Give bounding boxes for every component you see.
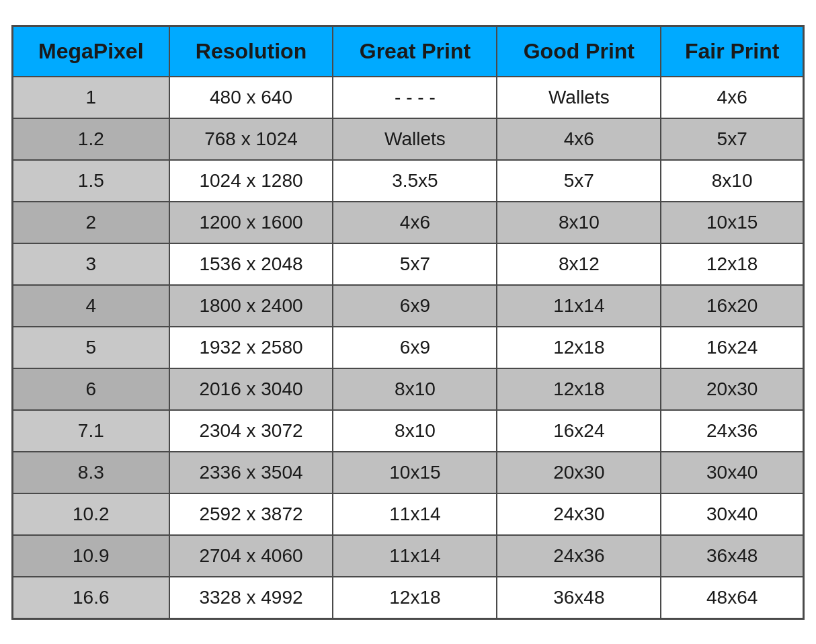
cell-resolution: 480 x 640 (169, 77, 333, 118)
cell-resolution: 1800 x 2400 (169, 285, 333, 327)
cell-resolution: 2016 x 3040 (169, 368, 333, 410)
cell-resolution: 1024 x 1280 (169, 160, 333, 202)
cell-good-print: 36x48 (497, 577, 661, 619)
cell-megapixel: 2 (13, 202, 169, 243)
cell-good-print: 11x14 (497, 285, 661, 327)
cell-resolution: 1200 x 1600 (169, 202, 333, 243)
cell-fair-print: 12x18 (661, 243, 803, 285)
header-resolution: Resolution (169, 26, 333, 77)
cell-good-print: 20x30 (497, 452, 661, 493)
cell-good-print: 16x24 (497, 410, 661, 452)
cell-great-print: 6x9 (333, 327, 497, 368)
table-row: 1480 x 640- - - -Wallets4x6 (13, 77, 804, 118)
cell-fair-print: 30x40 (661, 452, 803, 493)
cell-resolution: 2336 x 3504 (169, 452, 333, 493)
table-row: 62016 x 30408x1012x1820x30 (13, 368, 804, 410)
table-row: 1.51024 x 12803.5x55x78x10 (13, 160, 804, 202)
cell-fair-print: 16x20 (661, 285, 803, 327)
table-row: 8.32336 x 350410x1520x3030x40 (13, 452, 804, 493)
header-megapixel: MegaPixel (13, 26, 169, 77)
cell-great-print: 3.5x5 (333, 160, 497, 202)
cell-great-print: 6x9 (333, 285, 497, 327)
header-fair-print: Fair Print (661, 26, 803, 77)
table-row: 21200 x 16004x68x1010x15 (13, 202, 804, 243)
header-great-print: Great Print (333, 26, 497, 77)
header-row: MegaPixel Resolution Great Print Good Pr… (13, 26, 804, 77)
print-resolution-table: MegaPixel Resolution Great Print Good Pr… (11, 25, 805, 620)
cell-good-print: 5x7 (497, 160, 661, 202)
cell-fair-print: 5x7 (661, 118, 803, 160)
cell-megapixel: 10.2 (13, 493, 169, 535)
cell-resolution: 3328 x 4992 (169, 577, 333, 619)
cell-megapixel: 8.3 (13, 452, 169, 493)
cell-resolution: 2304 x 3072 (169, 410, 333, 452)
table-row: 16.63328 x 499212x1836x4848x64 (13, 577, 804, 619)
table-row: 7.12304 x 30728x1016x2424x36 (13, 410, 804, 452)
table-row: 41800 x 24006x911x1416x20 (13, 285, 804, 327)
cell-great-print: 12x18 (333, 577, 497, 619)
cell-megapixel: 7.1 (13, 410, 169, 452)
cell-megapixel: 6 (13, 368, 169, 410)
cell-fair-print: 10x15 (661, 202, 803, 243)
table-row: 31536 x 20485x78x1212x18 (13, 243, 804, 285)
main-container: MegaPixel Resolution Great Print Good Pr… (11, 25, 805, 620)
cell-fair-print: 30x40 (661, 493, 803, 535)
cell-great-print: 11x14 (333, 493, 497, 535)
table-row: 10.92704 x 406011x1424x3636x48 (13, 535, 804, 577)
cell-fair-print: 48x64 (661, 577, 803, 619)
cell-megapixel: 1.5 (13, 160, 169, 202)
cell-fair-print: 16x24 (661, 327, 803, 368)
cell-fair-print: 24x36 (661, 410, 803, 452)
cell-resolution: 768 x 1024 (169, 118, 333, 160)
cell-megapixel: 5 (13, 327, 169, 368)
cell-good-print: 8x10 (497, 202, 661, 243)
cell-great-print: 5x7 (333, 243, 497, 285)
table-row: 1.2768 x 1024Wallets4x65x7 (13, 118, 804, 160)
cell-good-print: 24x30 (497, 493, 661, 535)
cell-great-print: - - - - (333, 77, 497, 118)
table-row: 10.22592 x 387211x1424x3030x40 (13, 493, 804, 535)
cell-good-print: Wallets (497, 77, 661, 118)
cell-fair-print: 4x6 (661, 77, 803, 118)
cell-megapixel: 16.6 (13, 577, 169, 619)
cell-resolution: 1536 x 2048 (169, 243, 333, 285)
cell-resolution: 2704 x 4060 (169, 535, 333, 577)
cell-fair-print: 8x10 (661, 160, 803, 202)
cell-good-print: 12x18 (497, 327, 661, 368)
header-good-print: Good Print (497, 26, 661, 77)
cell-megapixel: 10.9 (13, 535, 169, 577)
cell-good-print: 4x6 (497, 118, 661, 160)
cell-great-print: Wallets (333, 118, 497, 160)
cell-great-print: 8x10 (333, 410, 497, 452)
cell-good-print: 12x18 (497, 368, 661, 410)
cell-fair-print: 20x30 (661, 368, 803, 410)
cell-good-print: 24x36 (497, 535, 661, 577)
cell-great-print: 11x14 (333, 535, 497, 577)
cell-megapixel: 1 (13, 77, 169, 118)
cell-resolution: 1932 x 2580 (169, 327, 333, 368)
cell-great-print: 10x15 (333, 452, 497, 493)
cell-megapixel: 3 (13, 243, 169, 285)
cell-resolution: 2592 x 3872 (169, 493, 333, 535)
table-row: 51932 x 25806x912x1816x24 (13, 327, 804, 368)
cell-great-print: 4x6 (333, 202, 497, 243)
cell-good-print: 8x12 (497, 243, 661, 285)
cell-megapixel: 4 (13, 285, 169, 327)
cell-fair-print: 36x48 (661, 535, 803, 577)
cell-great-print: 8x10 (333, 368, 497, 410)
cell-megapixel: 1.2 (13, 118, 169, 160)
